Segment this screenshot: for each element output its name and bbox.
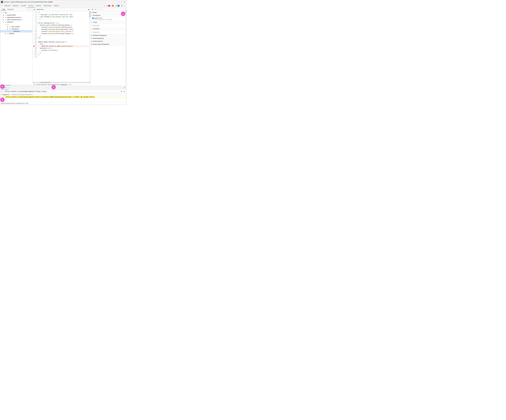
code-editor-content[interactable]: 1 2 3 4 5 6 7 8 9 10 11 12 13 14 [33, 11, 91, 82]
right-panel-scrollbar[interactable] [126, 8, 126, 86]
tree-item-dot[interactable]: ▼ 📁 . [0, 23, 33, 26]
more-tabs-button[interactable]: » [104, 5, 106, 7]
breakpoints-section-header[interactable]: ▼ Breakpoints [91, 14, 126, 17]
breakpoint-checkbox-1[interactable] [92, 18, 94, 19]
tree-item-webpack2[interactable]: ▶ 📁 webpack [0, 32, 33, 35]
tree-item-localhost[interactable]: ▶ ☁ localhost:3000 [0, 14, 33, 16]
tab-network[interactable]: Network [35, 4, 42, 8]
result-line-number: 17 [3, 96, 5, 98]
close-button[interactable]: ✕ [124, 1, 126, 3]
scroll-thumb [40, 82, 51, 83]
event-listeners-section-header[interactable]: ▶ Event Listener Breakpoints [91, 43, 126, 46]
tab-performance[interactable]: Performance [42, 4, 53, 8]
info-badge-button[interactable]: 💬 1 [115, 5, 120, 7]
more-left-tabs-button[interactable]: » [27, 8, 29, 11]
tree-label-top: top [5, 12, 7, 13]
editor-tab-close-button[interactable]: ✕ [44, 9, 45, 10]
event-arrow-icon: ▶ [92, 44, 92, 45]
more-options-button[interactable]: ⋮ [123, 5, 126, 7]
tree-item-top[interactable]: ▼ 📁 top [0, 12, 33, 14]
tree-arrow-dot: ▼ [5, 24, 7, 25]
breakpoints-title: Breakpoints [93, 14, 100, 16]
pretty-print-button[interactable]: { } [33, 83, 35, 86]
tree-item-webpack[interactable]: ▼ ☁ webpack:// [0, 21, 33, 23]
folder-icon-top: 📁 [3, 12, 5, 14]
minimize-button[interactable]: — [118, 1, 120, 3]
tree-item-node-modules[interactable]: ▶ 📁 node_modules [0, 26, 33, 28]
label-d: d [0, 98, 5, 102]
tree-item-taskpanejs[interactable]: ▶ 📄 taskpane.js [0, 30, 33, 32]
scroll-right-arrow[interactable]: ▶ [89, 82, 90, 83]
page-tab[interactable]: Page [1, 8, 6, 11]
dom-section-header[interactable]: ▶ DOM Breakpoints [91, 37, 126, 40]
code-line-10: document.getElementById("run").onclick =… [38, 31, 90, 33]
tree-label-static2: static2.sharepointonline.c… [7, 19, 23, 20]
maximize-button[interactable]: □ [121, 1, 123, 3]
tree-item-srctaskpane[interactable]: ▶ 📁 src/taskpane [0, 28, 33, 30]
tab-console[interactable]: Console [20, 4, 27, 8]
tab-welcome[interactable]: Welcome [3, 4, 12, 8]
tab-sources[interactable]: Sources [27, 4, 35, 8]
result-path: — webpack:///./src/taskpane/taskpane.js [10, 94, 33, 95]
scope-arrow-icon: ▼ [92, 22, 93, 23]
label-a: a [121, 12, 125, 16]
search-result-line-item[interactable]: 17 Office.context.ui.displayDialogAsync(… [0, 96, 126, 98]
tab-console-label: Console [21, 5, 26, 7]
tree-label-appsforoffice: appsforoffice.microsoft.c… [7, 17, 23, 18]
close-panel-button[interactable]: ✕ [124, 87, 126, 89]
callstack-section-body: Not paused [91, 30, 126, 34]
search-input[interactable] [4, 90, 120, 93]
editor-tab-taskpanejs[interactable]: taskpane.js ✕ [35, 8, 46, 11]
tree-arrow-node-modules: ▶ [7, 26, 9, 27]
tree-arrow-webpack2: ▶ [5, 33, 7, 34]
clear-search-button[interactable]: ⊘ [123, 90, 126, 93]
tree-item-static2[interactable]: ▶ ☁ static2.sharepointonline.c… [0, 19, 33, 21]
xhr-section-header[interactable]: ▶ XHR/fetch Breakpoints [91, 34, 126, 37]
editor-horizontal-scrollbar[interactable]: ◀ ▶ [33, 82, 91, 83]
scroll-left-arrow[interactable]: ◀ [33, 82, 34, 83]
scope-section-header[interactable]: ▼ Scope [91, 21, 126, 24]
global-title: Global Listeners [93, 40, 103, 42]
tree-item-appsforoffice[interactable]: ▶ ☁ appsforoffice.microsoft.c… [0, 16, 33, 19]
left-horizontal-scrollbar[interactable] [0, 85, 33, 86]
add-tab-button[interactable]: + [8, 87, 11, 89]
step-out-button[interactable]: ↑ [100, 8, 102, 11]
code-line-19: console.error(error); [38, 49, 90, 52]
tab-welcome-label: Welcome [5, 5, 10, 7]
code-line-17: Office.context.ui. displayDialogAsync… [38, 45, 90, 47]
refresh-search-button[interactable]: ↻ [120, 90, 123, 93]
source-file-link[interactable]: taskpane.js [60, 84, 67, 85]
code-editor-panel: ◀ taskpane.js ✕ ▶ 1 2 3 4 [33, 8, 91, 86]
left-panel-tabs: Page Filesystem » ⋯ [0, 8, 33, 11]
breakpoint-file-1[interactable]: taskpane.js:17 [94, 17, 113, 19]
step-button[interactable]: → [103, 8, 105, 11]
code-line-18: } catch (error) { [38, 47, 90, 49]
xhr-arrow-icon: ▶ [92, 35, 92, 36]
regex-checkbox[interactable] [1, 91, 2, 92]
step-over-button[interactable]: ↩ [94, 8, 97, 11]
editor-next-button[interactable]: ▶ [88, 8, 90, 11]
file-tree: ▼ 📁 top ▶ ☁ localhost:3000 ▶ ☁ appsforof… [0, 11, 33, 85]
editor-tab-label: taskpane.js [37, 9, 44, 10]
code-line-5 [38, 20, 90, 22]
editor-prev-button[interactable]: ◀ [33, 8, 35, 11]
callstack-arrow-icon: ▼ [92, 28, 93, 29]
xhr-title: XHR/fetch Breakpoints [93, 35, 107, 36]
left-tabs-options-button[interactable]: ⋯ [29, 8, 32, 11]
debugger-sidebar: ⊡ ↩ ↓ ↑ → ▶ Watch ▼ Breakpoints tas [91, 8, 126, 86]
step-into-button[interactable]: ↓ [98, 8, 99, 11]
search-result-file-item[interactable]: ▼ taskpane.js — webpack:///./src/taskpan… [0, 93, 126, 96]
settings-button[interactable]: ⚙ [121, 5, 123, 7]
tab-elements[interactable]: Elements [12, 4, 20, 8]
filesystem-tab[interactable]: Filesystem [6, 8, 15, 11]
search-tab-close[interactable]: ✕ [7, 87, 7, 88]
inspect-icon-tab[interactable]: ↖ [1, 4, 3, 8]
info-icon: 💬 [116, 5, 117, 7]
line-numbers: 1 2 3 4 5 6 7 8 9 10 11 12 13 14 [33, 11, 37, 58]
error-badge-button[interactable]: ⊗ 1 ⚠ 1 [106, 5, 114, 7]
pause-resume-button[interactable]: ⊡ [92, 8, 94, 11]
tab-memory[interactable]: Memory [53, 4, 60, 8]
global-listeners-section-header[interactable]: ▶ Global Listeners [91, 40, 126, 43]
callstack-section-header[interactable]: ▼ Call Stack [91, 27, 126, 30]
watch-section-header[interactable]: ▶ Watch [91, 11, 126, 14]
